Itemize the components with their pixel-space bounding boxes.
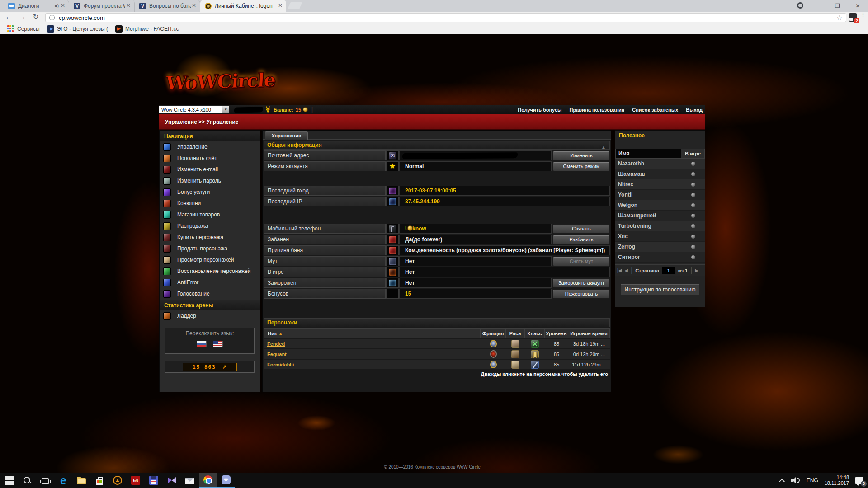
character-row[interactable]: Formidablii 85 11d 12h 29m ...	[264, 360, 610, 370]
back-icon[interactable]: ←	[4, 13, 14, 20]
useful-player-row[interactable]: Хпс	[615, 231, 705, 242]
voting-instruction-button[interactable]: Инструкция по голосованию	[621, 284, 700, 295]
sidebar-nav-item[interactable]: Ладдер	[160, 310, 260, 321]
browser-tab[interactable]: Личный Кабинет: logon ◄) ✕	[200, 0, 286, 12]
useful-player-row[interactable]: Nitrex	[615, 179, 705, 190]
character-row[interactable]: Fequant 85 0d 12h 20m ...	[264, 349, 610, 359]
sidebar-nav-item[interactable]: Голосование	[160, 288, 260, 299]
nav-item-icon	[163, 188, 171, 196]
save-app[interactable]	[145, 473, 163, 488]
browser-menu-icon[interactable]: ⋮	[860, 14, 866, 16]
tab-close-icon[interactable]: ✕	[277, 3, 283, 9]
chrome-app[interactable]	[199, 473, 217, 488]
sidebar-nav-item[interactable]: Изменить пароль	[160, 175, 260, 186]
volume-icon[interactable]	[791, 477, 801, 484]
start-button[interactable]	[0, 473, 18, 488]
tray-expand-icon[interactable]	[779, 478, 784, 483]
character-link[interactable]: Fended	[267, 341, 285, 347]
russian-flag-icon[interactable]	[197, 341, 207, 347]
visitor-counter[interactable]: 15 863 ↗	[165, 361, 255, 373]
row-action-button[interactable]: Разбанить	[553, 235, 610, 244]
useful-player-row[interactable]: Nazarethh	[615, 159, 705, 169]
sidebar-nav-item[interactable]: Управление	[160, 141, 260, 152]
topbar-menu-link[interactable]: Получить бонусы	[518, 107, 561, 113]
page-info-icon[interactable]: i	[49, 15, 55, 20]
row-action-button[interactable]: Изменить	[553, 151, 610, 160]
topbar-menu-link[interactable]: Выход	[686, 107, 703, 113]
sidebar-nav-item[interactable]: Распродажа	[160, 221, 260, 231]
mail-app[interactable]	[181, 473, 199, 488]
useful-player-row[interactable]: Шамамаш	[615, 169, 705, 179]
useful-player-row[interactable]: Turbotrening	[615, 221, 705, 231]
sidebar-nav-item[interactable]: AntiError	[160, 277, 260, 288]
tab-close-icon[interactable]: ✕	[191, 3, 197, 9]
app-64[interactable]: 64	[127, 473, 145, 488]
profile-icon[interactable]	[793, 0, 807, 12]
realm-select[interactable]: Wow Circle 4.3.4 x100 ▼	[159, 106, 229, 113]
section-general-info: Общая информация ▲	[264, 141, 610, 150]
sidebar-nav-item[interactable]: Бонус услуги	[160, 187, 260, 197]
bookmark-item[interactable]: Morphiwe - FACEIT.cc	[115, 25, 179, 33]
next-page-icon[interactable]: ▶	[695, 268, 698, 273]
search-button[interactable]	[18, 473, 36, 488]
tab-close-icon[interactable]: ✕	[125, 3, 132, 9]
bookmark-item[interactable]: Сервисы	[7, 25, 40, 33]
sidebar-nav-item[interactable]: Продать персонажа	[160, 243, 260, 254]
close-button[interactable]: ✕	[848, 0, 868, 12]
useful-player-row[interactable]: Zerrog	[615, 242, 705, 252]
row-action-button[interactable]: Снять мут	[553, 257, 610, 266]
reload-icon[interactable]: ↻	[31, 13, 41, 21]
bookmark-item[interactable]: ЭГО - Целуя слезы (	[47, 25, 108, 33]
action-center-icon[interactable]: 3	[855, 477, 863, 484]
browser-tab[interactable]: Диалоги ◄) ✕	[4, 0, 69, 12]
extension-icon[interactable]: 2	[849, 13, 857, 22]
useful-player-row[interactable]: Ситирог	[615, 252, 705, 263]
sidebar-nav-item[interactable]: Пополнить счёт	[160, 153, 260, 164]
sidebar-nav-item[interactable]: Просмотр персонажей	[160, 254, 260, 265]
clock[interactable]: 14:48 18.11.2017	[825, 474, 849, 486]
useful-player-row[interactable]: Yontli	[615, 190, 705, 200]
restore-button[interactable]: ❐	[827, 0, 848, 12]
topbar-menu-link[interactable]: Правила пользования	[569, 107, 624, 113]
browser-tab[interactable]: Форум проекта WoW Ci ◄) ✕	[69, 0, 135, 12]
character-row[interactable]: Fended 85 3d 18h 19m ...	[264, 339, 610, 349]
useful-player-row[interactable]: Шамандреней	[615, 211, 705, 221]
task-view-button[interactable]	[36, 473, 54, 488]
tab-upravlenie[interactable]: Управление	[265, 131, 308, 140]
discord-app[interactable]	[217, 473, 235, 488]
forward-icon: →	[17, 13, 27, 20]
row-action-button[interactable]: Пожертвовать	[553, 289, 610, 299]
sidebar-nav-item[interactable]: Магазин товаров	[160, 209, 260, 220]
sidebar-nav-item[interactable]: Восстановление персонажей	[160, 266, 260, 277]
row-action-button[interactable]: Сменить режим	[553, 162, 610, 171]
page-number-input[interactable]	[662, 267, 675, 274]
tab-favicon	[74, 3, 80, 9]
input-language[interactable]: ENG	[807, 477, 818, 483]
tab-close-icon[interactable]: ✕	[60, 3, 66, 9]
sidebar-nav-item[interactable]: Изменить e-mail	[160, 164, 260, 175]
aimp-app[interactable]	[108, 473, 127, 488]
browser-tab[interactable]: Вопросы по банам. Обж ◄) ✕	[135, 0, 200, 12]
url-input[interactable]: i cp.wowcircle.com ☆	[45, 13, 846, 22]
topbar-menu-link[interactable]: Список забаненых	[632, 107, 678, 113]
tab-bar: Диалоги ◄) ✕ Форум проекта WoW Ci ◄) ✕ В…	[0, 0, 868, 12]
character-link[interactable]: Formidablii	[267, 362, 294, 367]
sidebar-nav-item[interactable]: Конюшни	[160, 198, 260, 209]
character-link[interactable]: Fequant	[267, 352, 287, 357]
kmplayer-app[interactable]	[163, 473, 181, 488]
english-flag-icon[interactable]	[213, 341, 223, 347]
useful-player-row[interactable]: Welgon	[615, 200, 705, 211]
edge-app[interactable]	[54, 473, 72, 488]
sidebar-nav-item[interactable]: Купить персонажа	[160, 232, 260, 243]
row-action-button[interactable]: Связать	[553, 224, 610, 234]
wowcircle-logo[interactable]: WoWCircle	[173, 61, 268, 102]
new-tab-button[interactable]	[288, 2, 302, 9]
row-action-button[interactable]: Заморозить аккаунт	[553, 278, 610, 288]
useful-table-header: Имя В игре	[615, 149, 705, 159]
minimize-button[interactable]: —	[807, 0, 827, 12]
first-page-icon[interactable]: |◀	[617, 268, 622, 273]
explorer-app[interactable]	[72, 473, 90, 488]
bookmark-star-icon[interactable]: ☆	[836, 14, 842, 21]
prev-page-icon[interactable]: ◀	[624, 268, 628, 273]
store-app[interactable]	[90, 473, 108, 488]
